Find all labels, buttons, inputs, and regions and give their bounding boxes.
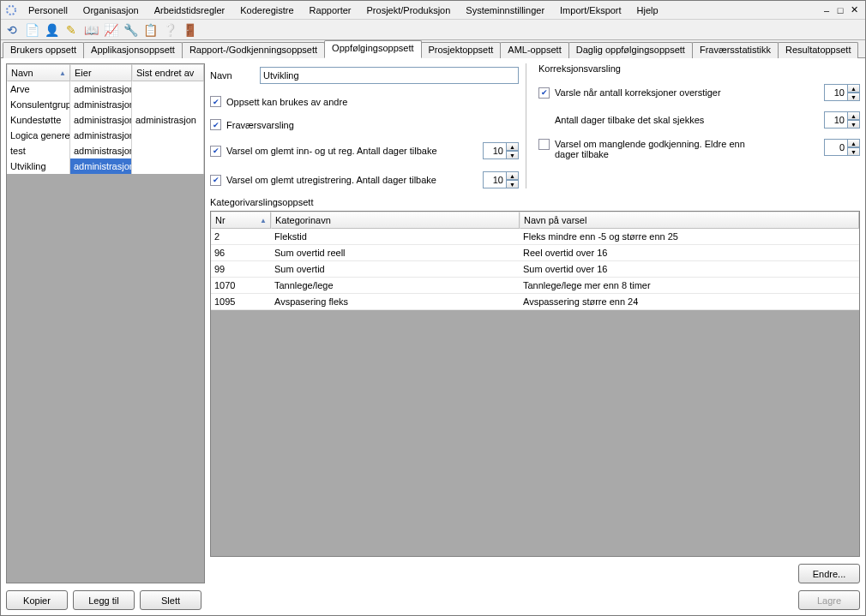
korr-overstiger-input[interactable] [824, 84, 848, 101]
col-navn-pa-varsel[interactable]: Navn på varsel [520, 212, 859, 229]
godkjenning-input[interactable] [824, 139, 848, 156]
tab-resultatoppsett[interactable]: Resultatoppsett [778, 42, 858, 58]
menu-import-eksport[interactable]: Import/Eksport [555, 3, 627, 17]
legg-til-button[interactable]: Legg til [73, 590, 135, 610]
oppsett-grid[interactable]: Navn ▲ Eier Sist endret av Arve administ… [6, 63, 205, 583]
toolbar-help-icon[interactable]: ❔ [162, 22, 177, 38]
table-row[interactable]: Logica generell administrasjon [7, 128, 204, 143]
navn-input[interactable] [260, 67, 519, 84]
fravaersvarsling-row: ✔ Fraværsvarsling [210, 119, 519, 130]
kategorivarsling-header: Nr ▲ Kategorinavn Navn på varsel [211, 212, 859, 229]
dager-tilbake-input[interactable] [824, 111, 848, 129]
bottom-buttons: Endre... [210, 564, 860, 583]
menu-personell[interactable]: Personell [23, 3, 73, 17]
kategorivarsling-grid[interactable]: Nr ▲ Kategorinavn Navn på varsel 2 Fleks… [210, 211, 860, 557]
toolbar-user-icon[interactable]: 👤 [44, 22, 59, 38]
tab-fravaersstatistikk[interactable]: Fraværsstatistikk [692, 42, 779, 58]
spin-up-icon[interactable]: ▲ [848, 139, 860, 147]
menu-koderegistre[interactable]: Koderegistre [235, 3, 298, 17]
tab-rapport-godkjenningsoppsett[interactable]: Rapport-/Godkjenningsoppsett [182, 42, 325, 58]
table-row[interactable]: 99 Sum overtid Sum overtid over 16 [211, 261, 859, 278]
glemt-innut-checkbox[interactable]: ✔ [210, 146, 221, 157]
cell-eier: administrasjon [70, 143, 132, 158]
menu-arbeidstidsregler[interactable]: Arbeidstidsregler [149, 3, 231, 17]
toolbar-doc-icon[interactable]: 📄 [24, 22, 39, 38]
menu-hjelp[interactable]: Hjelp [632, 3, 664, 17]
tab-prosjektoppsett[interactable]: Prosjektoppsett [421, 42, 502, 58]
toolbar-book-icon[interactable]: 📖 [83, 22, 99, 38]
korr-overstiger-checkbox[interactable]: ✔ [538, 87, 550, 99]
menubar: Personell Organisasjon Arbeidstidsregler… [1, 1, 865, 20]
toolbar: ⟲ 📄 👤 ✎ 📖 📈 🔧 📋 ❔ 🚪 [1, 20, 865, 40]
cell-navn: Logica generell [7, 128, 70, 143]
menu-organisasjon[interactable]: Organisasjon [78, 3, 144, 17]
menu-systeminnstillinger[interactable]: Systeminnstillinger [460, 3, 550, 17]
navn-label: Navn [210, 70, 253, 81]
glemt-ut-input[interactable] [483, 171, 507, 188]
cell-kat: Sum overtid [271, 261, 520, 277]
dager-tilbake-label: Antall dager tilbake det skal sjekkes [555, 115, 704, 125]
toolbar-chart-icon[interactable]: 📈 [103, 22, 118, 38]
cell-nr: 99 [211, 261, 271, 277]
spin-down-icon[interactable]: ▼ [848, 120, 860, 129]
menu-rapporter[interactable]: Rapporter [304, 3, 357, 17]
tab-aml-oppsett[interactable]: AML-oppsett [500, 42, 568, 58]
minimize-icon[interactable]: – [821, 4, 833, 16]
table-row[interactable]: Utvikling administrasjon [7, 158, 204, 174]
fravaersvarsling-checkbox[interactable]: ✔ [210, 119, 221, 130]
spin-up-icon[interactable]: ▲ [507, 142, 519, 151]
spin-down-icon[interactable]: ▼ [507, 151, 519, 159]
toolbar-wrench-icon[interactable]: 🔧 [123, 22, 138, 38]
col-kategorinavn[interactable]: Kategorinavn [271, 212, 520, 229]
maximize-icon[interactable]: □ [834, 4, 846, 16]
lagre-button[interactable]: Lagre [798, 590, 860, 610]
spin-down-icon[interactable]: ▼ [507, 180, 519, 188]
glemt-innut-row: ✔ Varsel om glemt inn- og ut reg. Antall… [210, 142, 519, 159]
tab-daglig-oppfolgingsoppsett[interactable]: Daglig oppfølgingsoppsett [568, 42, 693, 58]
cell-navn: Arve [7, 81, 70, 97]
spin-down-icon[interactable]: ▼ [848, 147, 860, 156]
toolbar-nav-icon[interactable]: ⟲ [4, 22, 20, 38]
cell-eier: administrasjon [70, 81, 132, 97]
tab-applikasjonsoppsett[interactable]: Applikasjonsoppsett [83, 42, 183, 58]
form-right: Korreksjonsvarsling ✔ Varsle når antall … [526, 63, 860, 188]
tab-oppfolgingsoppsett[interactable]: Oppfølgingsoppsett [324, 40, 421, 58]
spin-up-icon[interactable]: ▲ [848, 84, 860, 93]
table-row[interactable]: test administrasjon [7, 143, 204, 158]
form-top: Navn ✔ Oppsett kan brukes av andre ✔ Fra… [210, 63, 860, 188]
oppsett-brukes-checkbox[interactable]: ✔ [210, 96, 221, 107]
table-row[interactable]: 1070 Tannlege/lege Tannlege/lege mer enn… [211, 278, 859, 294]
col-nr[interactable]: Nr ▲ [211, 212, 271, 229]
table-row[interactable]: 1095 Avspasering fleks Avspassering stør… [211, 294, 859, 310]
cell-eier: administrasjon [70, 112, 132, 128]
close-icon[interactable]: ✕ [848, 4, 860, 16]
table-row[interactable]: 2 Flekstid Fleks mindre enn -5 og større… [211, 229, 859, 245]
cell-sist [132, 128, 204, 143]
col-sist-endret[interactable]: Sist endret av [132, 64, 204, 81]
col-navn[interactable]: Navn ▲ [7, 64, 70, 81]
left-panel: Navn ▲ Eier Sist endret av Arve administ… [6, 63, 205, 610]
spin-up-icon[interactable]: ▲ [507, 171, 519, 180]
godkjenning-checkbox[interactable] [538, 139, 550, 150]
glemt-innut-input[interactable] [483, 142, 507, 159]
spin-down-icon[interactable]: ▼ [848, 93, 860, 101]
table-row[interactable]: Kundestøtte administrasjon administrasjo… [7, 112, 204, 128]
table-row[interactable]: 96 Sum overtid reell Reel overtid over 1… [211, 245, 859, 261]
spin-up-icon[interactable]: ▲ [848, 111, 860, 120]
endre-button[interactable]: Endre... [798, 564, 860, 583]
glemt-ut-checkbox[interactable]: ✔ [210, 175, 221, 186]
menu-prosjekt[interactable]: Prosjekt/Produksjon [362, 3, 456, 17]
korr-overstiger-label: Varsle når antall korreksjoner overstige… [555, 87, 721, 98]
col-eier[interactable]: Eier [70, 64, 132, 81]
table-row[interactable]: Konsulentgruppe administrasjon [7, 97, 204, 112]
tab-brukers-oppsett[interactable]: Brukers oppsett [3, 42, 84, 58]
toolbar-exit-icon[interactable]: 🚪 [182, 22, 197, 38]
toolbar-edit-icon[interactable]: ✎ [63, 22, 79, 38]
kopier-button[interactable]: Kopier [6, 590, 68, 610]
slett-button[interactable]: Slett [140, 590, 201, 610]
table-row[interactable]: Arve administrasjon [7, 81, 204, 97]
col-navn-label: Navn [11, 68, 33, 78]
toolbar-list-icon[interactable]: 📋 [142, 22, 158, 38]
cell-varsel: Tannlege/lege mer enn 8 timer [520, 278, 859, 293]
cell-sist [132, 143, 204, 158]
